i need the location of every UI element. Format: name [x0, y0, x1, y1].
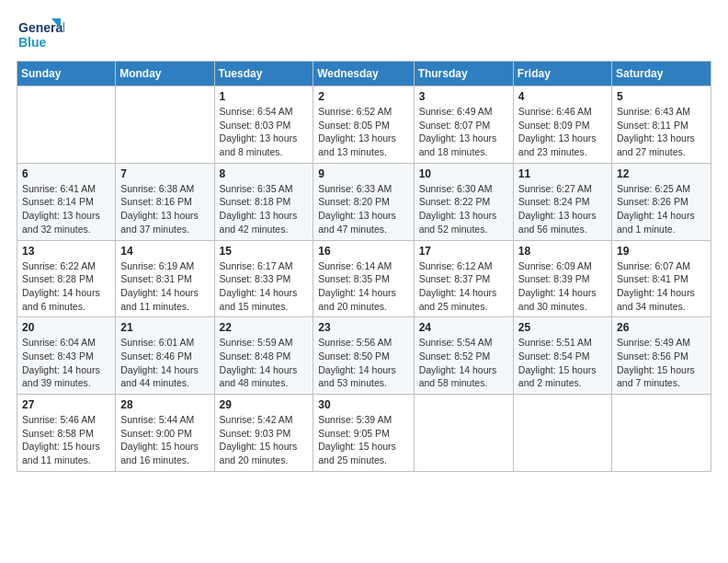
week-row-2: 6Sunrise: 6:41 AM Sunset: 8:14 PM Daylig…: [17, 163, 711, 240]
day-number: 5: [617, 90, 706, 103]
day-cell: 30Sunrise: 5:39 AM Sunset: 9:05 PM Dayli…: [313, 395, 414, 472]
day-number: 10: [419, 167, 508, 180]
day-cell: 16Sunrise: 6:14 AM Sunset: 8:35 PM Dayli…: [313, 240, 414, 317]
day-number: 29: [220, 398, 309, 411]
day-cell: 25Sunrise: 5:51 AM Sunset: 8:54 PM Dayli…: [513, 317, 611, 395]
day-cell: 19Sunrise: 6:07 AM Sunset: 8:41 PM Dayli…: [612, 240, 711, 317]
day-number: 12: [617, 167, 706, 180]
day-info: Sunrise: 5:51 AM Sunset: 8:54 PM Dayligh…: [518, 336, 607, 390]
day-info: Sunrise: 5:46 AM Sunset: 8:58 PM Dayligh…: [22, 413, 110, 467]
day-info: Sunrise: 5:42 AM Sunset: 9:03 PM Dayligh…: [220, 413, 309, 467]
day-info: Sunrise: 6:30 AM Sunset: 8:22 PM Dayligh…: [419, 182, 508, 236]
day-info: Sunrise: 5:44 AM Sunset: 9:00 PM Dayligh…: [120, 413, 209, 467]
weekday-sunday: Sunday: [17, 62, 116, 86]
day-cell: 20Sunrise: 6:04 AM Sunset: 8:43 PM Dayli…: [17, 317, 116, 395]
day-number: 11: [518, 167, 607, 180]
day-info: Sunrise: 5:39 AM Sunset: 9:05 PM Dayligh…: [318, 413, 408, 467]
day-cell: 26Sunrise: 5:49 AM Sunset: 8:56 PM Dayli…: [612, 317, 711, 395]
day-number: 28: [120, 398, 209, 411]
day-info: Sunrise: 6:35 AM Sunset: 8:18 PM Dayligh…: [220, 182, 309, 236]
day-cell: 4Sunrise: 6:46 AM Sunset: 8:09 PM Daylig…: [513, 86, 611, 164]
weekday-tuesday: Tuesday: [214, 62, 313, 86]
day-info: Sunrise: 5:54 AM Sunset: 8:52 PM Dayligh…: [419, 336, 508, 390]
day-info: Sunrise: 6:41 AM Sunset: 8:14 PM Dayligh…: [22, 182, 110, 236]
day-info: Sunrise: 5:59 AM Sunset: 8:48 PM Dayligh…: [220, 336, 309, 390]
day-cell: 23Sunrise: 5:56 AM Sunset: 8:50 PM Dayli…: [313, 317, 414, 395]
day-info: Sunrise: 6:52 AM Sunset: 8:05 PM Dayligh…: [318, 105, 408, 159]
calendar: SundayMondayTuesdayWednesdayThursdayFrid…: [17, 61, 711, 472]
day-number: 23: [318, 321, 408, 334]
svg-text:Blue: Blue: [18, 35, 47, 50]
day-number: 27: [22, 398, 110, 411]
day-cell: 10Sunrise: 6:30 AM Sunset: 8:22 PM Dayli…: [414, 163, 513, 240]
weekday-header-row: SundayMondayTuesdayWednesdayThursdayFrid…: [17, 62, 711, 86]
day-number: 2: [318, 90, 408, 103]
day-number: 24: [419, 321, 508, 334]
day-cell: 1Sunrise: 6:54 AM Sunset: 8:03 PM Daylig…: [214, 86, 313, 164]
day-cell: 22Sunrise: 5:59 AM Sunset: 8:48 PM Dayli…: [214, 317, 313, 395]
day-cell: 15Sunrise: 6:17 AM Sunset: 8:33 PM Dayli…: [214, 240, 313, 317]
day-number: 8: [220, 167, 309, 180]
day-number: 3: [419, 90, 508, 103]
day-info: Sunrise: 6:27 AM Sunset: 8:24 PM Dayligh…: [518, 182, 607, 236]
day-info: Sunrise: 5:56 AM Sunset: 8:50 PM Dayligh…: [318, 336, 408, 390]
day-info: Sunrise: 6:09 AM Sunset: 8:39 PM Dayligh…: [518, 259, 607, 314]
day-number: 25: [518, 321, 607, 334]
day-info: Sunrise: 6:12 AM Sunset: 8:37 PM Dayligh…: [419, 259, 508, 314]
day-number: 6: [22, 167, 110, 180]
day-number: 17: [419, 245, 508, 258]
day-cell: 5Sunrise: 6:43 AM Sunset: 8:11 PM Daylig…: [612, 86, 711, 164]
day-cell: 12Sunrise: 6:25 AM Sunset: 8:26 PM Dayli…: [612, 163, 711, 240]
day-info: Sunrise: 6:04 AM Sunset: 8:43 PM Dayligh…: [22, 336, 110, 390]
day-cell: 27Sunrise: 5:46 AM Sunset: 8:58 PM Dayli…: [17, 395, 116, 472]
day-cell: 2Sunrise: 6:52 AM Sunset: 8:05 PM Daylig…: [313, 86, 414, 164]
day-cell: [414, 395, 513, 472]
day-cell: 21Sunrise: 6:01 AM Sunset: 8:46 PM Dayli…: [116, 317, 214, 395]
day-cell: 17Sunrise: 6:12 AM Sunset: 8:37 PM Dayli…: [414, 240, 513, 317]
day-info: Sunrise: 6:54 AM Sunset: 8:03 PM Dayligh…: [220, 105, 309, 159]
day-info: Sunrise: 6:07 AM Sunset: 8:41 PM Dayligh…: [617, 259, 706, 314]
day-cell: 13Sunrise: 6:22 AM Sunset: 8:28 PM Dayli…: [17, 240, 116, 317]
day-cell: [612, 395, 711, 472]
calendar-body: 1Sunrise: 6:54 AM Sunset: 8:03 PM Daylig…: [17, 86, 711, 472]
day-info: Sunrise: 6:14 AM Sunset: 8:35 PM Dayligh…: [318, 259, 408, 314]
day-number: 20: [22, 321, 110, 334]
day-number: 9: [318, 167, 408, 180]
logo-svg: General Blue: [17, 17, 64, 52]
day-info: Sunrise: 5:49 AM Sunset: 8:56 PM Dayligh…: [617, 336, 706, 390]
day-info: Sunrise: 6:38 AM Sunset: 8:16 PM Dayligh…: [120, 182, 209, 236]
day-cell: 6Sunrise: 6:41 AM Sunset: 8:14 PM Daylig…: [17, 163, 116, 240]
weekday-thursday: Thursday: [414, 62, 513, 86]
week-row-3: 13Sunrise: 6:22 AM Sunset: 8:28 PM Dayli…: [17, 240, 711, 317]
day-cell: 3Sunrise: 6:49 AM Sunset: 8:07 PM Daylig…: [414, 86, 513, 164]
day-number: 1: [220, 90, 309, 103]
header: General Blue: [17, 17, 711, 52]
week-row-5: 27Sunrise: 5:46 AM Sunset: 8:58 PM Dayli…: [17, 395, 711, 472]
day-number: 21: [120, 321, 209, 334]
weekday-saturday: Saturday: [612, 62, 711, 86]
day-number: 26: [617, 321, 706, 334]
day-number: 30: [318, 398, 408, 411]
day-number: 16: [318, 245, 408, 258]
day-cell: 9Sunrise: 6:33 AM Sunset: 8:20 PM Daylig…: [313, 163, 414, 240]
day-cell: 11Sunrise: 6:27 AM Sunset: 8:24 PM Dayli…: [513, 163, 611, 240]
day-cell: 18Sunrise: 6:09 AM Sunset: 8:39 PM Dayli…: [513, 240, 611, 317]
day-number: 15: [220, 245, 309, 258]
weekday-monday: Monday: [116, 62, 214, 86]
day-cell: [116, 86, 214, 164]
day-info: Sunrise: 6:25 AM Sunset: 8:26 PM Dayligh…: [617, 182, 706, 236]
day-cell: 24Sunrise: 5:54 AM Sunset: 8:52 PM Dayli…: [414, 317, 513, 395]
day-number: 18: [518, 245, 607, 258]
week-row-1: 1Sunrise: 6:54 AM Sunset: 8:03 PM Daylig…: [17, 86, 711, 164]
day-number: 19: [617, 245, 706, 258]
day-number: 4: [518, 90, 607, 103]
day-cell: [513, 395, 611, 472]
day-cell: 8Sunrise: 6:35 AM Sunset: 8:18 PM Daylig…: [214, 163, 313, 240]
day-number: 14: [120, 245, 209, 258]
weekday-friday: Friday: [513, 62, 611, 86]
day-info: Sunrise: 6:22 AM Sunset: 8:28 PM Dayligh…: [22, 259, 110, 314]
day-info: Sunrise: 6:49 AM Sunset: 8:07 PM Dayligh…: [419, 105, 508, 159]
day-info: Sunrise: 6:17 AM Sunset: 8:33 PM Dayligh…: [220, 259, 309, 314]
page: General Blue SundayMondayTuesdayWednesda…: [0, 0, 728, 563]
day-number: 7: [120, 167, 209, 180]
